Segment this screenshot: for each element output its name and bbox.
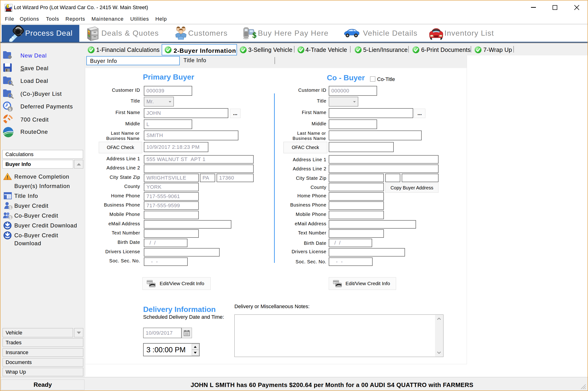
svg-text:$: $ [252,31,257,39]
svg-text:$: $ [9,205,11,210]
svg-text:$: $ [9,215,11,220]
svg-text:$: $ [9,107,11,112]
